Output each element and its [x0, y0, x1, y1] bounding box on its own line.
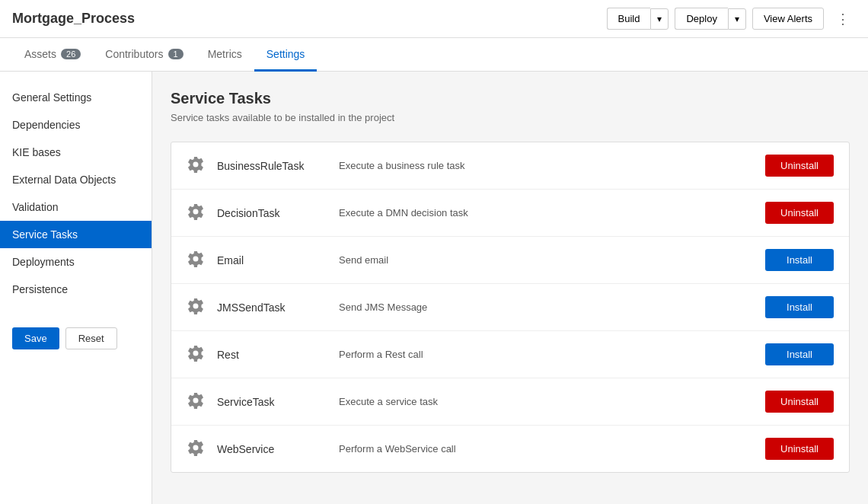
app-title: Mortgage_Process: [12, 11, 135, 27]
task-name: WebService: [217, 443, 339, 455]
table-row: ServiceTask Execute a service task Unins…: [171, 378, 849, 426]
task-icon-email: [187, 250, 217, 270]
main-content: Service Tasks Service tasks available to…: [152, 72, 868, 504]
install-email-button[interactable]: Install: [765, 249, 834, 271]
tab-bar: Assets 26 Contributors 1 Metrics Setting…: [0, 38, 868, 72]
uninstall-business-rule-button[interactable]: Uninstall: [765, 155, 834, 177]
task-desc: Perform a WebService call: [339, 443, 765, 455]
table-row: Rest Perform a Rest call Install: [171, 331, 849, 378]
sidebar-item-service-tasks[interactable]: Service Tasks: [0, 221, 152, 248]
tab-contributors[interactable]: Contributors 1: [93, 38, 195, 72]
page-title: Service Tasks: [171, 90, 850, 107]
sidebar-item-kie-bases[interactable]: KIE bases: [0, 139, 152, 166]
task-desc: Execute a business rule task: [339, 160, 765, 171]
tab-assets[interactable]: Assets 26: [12, 38, 93, 72]
task-name: ServiceTask: [217, 396, 339, 408]
task-name: BusinessRuleTask: [217, 160, 339, 172]
save-button[interactable]: Save: [12, 327, 59, 349]
deploy-button[interactable]: Deploy: [675, 8, 727, 30]
task-desc: Execute a DMN decision task: [339, 207, 765, 219]
layout: General Settings Dependencies KIE bases …: [0, 72, 868, 504]
table-row: BusinessRuleTask Execute a business rule…: [171, 142, 849, 190]
tab-settings[interactable]: Settings: [254, 38, 318, 72]
uninstall-service-button[interactable]: Uninstall: [765, 391, 834, 413]
task-desc: Execute a service task: [339, 396, 765, 407]
task-icon-decision: [187, 203, 217, 223]
task-icon-rest: [187, 344, 217, 365]
table-row: WebService Perform a WebService call Uni…: [171, 426, 849, 472]
sidebar-item-persistence[interactable]: Persistence: [0, 276, 152, 303]
install-jms-button[interactable]: Install: [765, 296, 834, 318]
task-icon-business-rule: [187, 155, 217, 176]
task-name: Rest: [217, 349, 339, 361]
deploy-caret-button[interactable]: ▾: [728, 8, 746, 30]
sidebar-item-external-data-objects[interactable]: External Data Objects: [0, 166, 152, 193]
more-options-button[interactable]: ⋮: [830, 8, 856, 30]
task-name: JMSSendTask: [217, 301, 339, 314]
table-row: JMSSendTask Send JMS Message Install: [171, 284, 849, 331]
task-icon-jms: [187, 297, 217, 317]
reset-button[interactable]: Reset: [65, 327, 117, 349]
deploy-split-button: Deploy ▾: [675, 8, 745, 30]
build-button[interactable]: Build: [607, 8, 651, 30]
task-desc: Send email: [339, 254, 765, 266]
assets-badge: 26: [61, 49, 81, 59]
task-desc: Perform a Rest call: [339, 349, 765, 360]
table-row: Email Send email Install: [171, 237, 849, 284]
header-actions: Build ▾ Deploy ▾ View Alerts ⋮: [607, 8, 856, 30]
build-split-button: Build ▾: [607, 8, 669, 30]
header: Mortgage_Process Build ▾ Deploy ▾ View A…: [0, 0, 868, 38]
task-icon-webservice: [187, 439, 217, 459]
install-rest-button[interactable]: Install: [765, 343, 834, 365]
uninstall-webservice-button[interactable]: Uninstall: [765, 438, 834, 460]
sidebar-item-dependencies[interactable]: Dependencies: [0, 111, 152, 139]
task-name: Email: [217, 254, 339, 266]
page-subtitle: Service tasks available to be installed …: [171, 112, 850, 123]
sidebar-item-validation[interactable]: Validation: [0, 193, 152, 221]
contributors-badge: 1: [168, 49, 183, 59]
table-row: DecisionTask Execute a DMN decision task…: [171, 190, 849, 237]
task-desc: Send JMS Message: [339, 301, 765, 313]
sidebar: General Settings Dependencies KIE bases …: [0, 72, 152, 504]
sidebar-item-general-settings[interactable]: General Settings: [0, 84, 152, 111]
uninstall-decision-button[interactable]: Uninstall: [765, 202, 834, 224]
task-list: BusinessRuleTask Execute a business rule…: [171, 142, 850, 473]
sidebar-footer: Save Reset: [0, 315, 152, 362]
task-icon-service: [187, 391, 217, 412]
task-name: DecisionTask: [217, 207, 339, 219]
tab-metrics[interactable]: Metrics: [196, 38, 254, 72]
sidebar-item-deployments[interactable]: Deployments: [0, 248, 152, 276]
view-alerts-button[interactable]: View Alerts: [752, 8, 824, 30]
build-caret-button[interactable]: ▾: [650, 8, 669, 30]
